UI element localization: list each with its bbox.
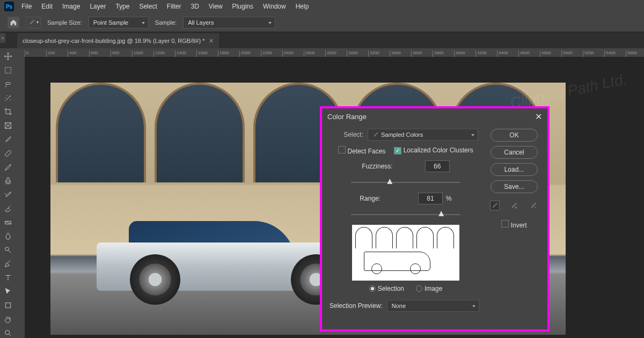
document-tabs: closeup-shot-grey-car-front-building.jpg…	[0, 32, 644, 48]
selection-preview-dropdown[interactable]: None	[387, 300, 479, 312]
close-dialog-icon[interactable]: ✕	[535, 112, 542, 122]
range-unit: %	[446, 195, 452, 202]
fuzziness-label: Fuzziness:	[362, 163, 392, 170]
blur-tool-icon[interactable]	[2, 231, 14, 241]
eyedropper-icon[interactable]	[2, 135, 14, 145]
svg-rect-0	[5, 68, 11, 74]
ruler-vertical	[16, 57, 25, 338]
sample-size-label: Sample Size:	[47, 19, 82, 26]
detect-faces-label: Detect Faces	[348, 148, 386, 155]
menubar: Ps File Edit Image Layer Type Select Fil…	[0, 0, 644, 13]
svg-point-6	[5, 330, 10, 334]
sample-label: Sample:	[155, 19, 177, 26]
detect-faces-checkbox[interactable]	[338, 146, 346, 153]
ruler-horizontal: 0200400600800100012001400160018002000220…	[16, 48, 644, 57]
image-radio[interactable]: Image	[416, 285, 442, 292]
sample-select[interactable]: All Layers	[183, 17, 275, 28]
fuzziness-slider[interactable]	[351, 178, 460, 187]
selection-preview-label: Selection Preview:	[330, 302, 383, 310]
type-tool-icon[interactable]	[2, 273, 14, 283]
heal-tool-icon[interactable]	[2, 148, 14, 158]
localized-label: Localized Color Clusters	[404, 146, 473, 154]
eraser-tool-icon[interactable]	[2, 203, 14, 214]
ok-button[interactable]: OK	[491, 129, 538, 142]
range-input[interactable]: 81	[418, 193, 443, 204]
range-label: Range:	[360, 195, 380, 202]
menu-file[interactable]: File	[17, 2, 36, 11]
menu-layer[interactable]: Layer	[85, 2, 110, 11]
cancel-button[interactable]: Cancel	[491, 146, 538, 159]
shape-tool-icon[interactable]	[2, 300, 14, 311]
sample-size-select[interactable]: Point Sample	[89, 17, 149, 28]
selection-radio[interactable]: Selection	[369, 285, 404, 292]
svg-rect-2	[5, 150, 11, 157]
select-label: Select:	[333, 131, 363, 138]
svg-point-4	[5, 247, 9, 251]
load-button[interactable]: Load...	[491, 163, 538, 176]
marquee-tool-icon[interactable]	[2, 65, 14, 76]
eyedropper-minus-icon[interactable]	[529, 201, 538, 210]
dialog-title: Color Range	[327, 113, 367, 121]
brush-tool-icon[interactable]	[2, 162, 14, 172]
svg-rect-5	[5, 303, 10, 307]
eyedropper-plus-icon[interactable]	[509, 201, 519, 210]
ps-logo: Ps	[4, 2, 14, 11]
gradient-tool-icon[interactable]	[2, 217, 14, 227]
history-brush-icon[interactable]	[2, 190, 14, 200]
stamp-tool-icon[interactable]	[2, 176, 14, 186]
hand-tool-icon[interactable]	[2, 314, 14, 325]
menu-plugins[interactable]: Plugins	[228, 2, 258, 11]
eyedropper-icon[interactable]	[490, 201, 500, 210]
crop-tool-icon[interactable]	[2, 107, 14, 117]
document-tab-label: closeup-shot-grey-car-front-building.jpg…	[23, 38, 205, 44]
menu-edit[interactable]: Edit	[37, 2, 57, 11]
save-button[interactable]: Save...	[491, 180, 538, 193]
tool-palette	[0, 48, 16, 338]
lasso-tool-icon[interactable]	[2, 79, 14, 90]
home-icon[interactable]	[8, 17, 19, 28]
expand-panels-icon[interactable]: »	[0, 33, 5, 43]
close-tab-icon[interactable]: ×	[209, 36, 214, 45]
zoom-tool-icon[interactable]	[2, 328, 14, 338]
move-tool-icon[interactable]	[2, 52, 14, 62]
color-range-dialog: Color Range ✕ Select: Sampled Colors Det…	[320, 106, 550, 332]
document-tab[interactable]: closeup-shot-grey-car-front-building.jpg…	[17, 33, 219, 48]
selection-preview-image	[352, 225, 459, 281]
range-slider[interactable]	[351, 210, 460, 219]
menu-type[interactable]: Type	[111, 2, 134, 11]
menu-select[interactable]: Select	[135, 2, 161, 11]
dodge-tool-icon[interactable]	[2, 245, 14, 255]
menu-window[interactable]: Window	[259, 2, 290, 11]
localized-checkbox[interactable]: ✓	[394, 147, 401, 155]
select-dropdown[interactable]: Sampled Colors	[368, 129, 478, 141]
menu-image[interactable]: Image	[58, 2, 84, 11]
menu-view[interactable]: View	[204, 2, 227, 11]
menu-3d[interactable]: 3D	[186, 2, 203, 11]
path-select-icon[interactable]	[2, 286, 14, 297]
fuzziness-input[interactable]: 66	[425, 160, 450, 172]
pen-tool-icon[interactable]	[2, 259, 14, 269]
eyedropper-tool-icon[interactable]: ▾	[26, 17, 41, 28]
wand-tool-icon[interactable]	[2, 93, 14, 103]
menu-help[interactable]: Help	[291, 2, 313, 11]
options-bar: ▾ Sample Size: Point Sample Sample: All …	[0, 13, 644, 32]
frame-tool-icon[interactable]	[2, 121, 14, 131]
menu-filter[interactable]: Filter	[163, 2, 186, 11]
invert-checkbox[interactable]: Invert	[501, 220, 526, 229]
